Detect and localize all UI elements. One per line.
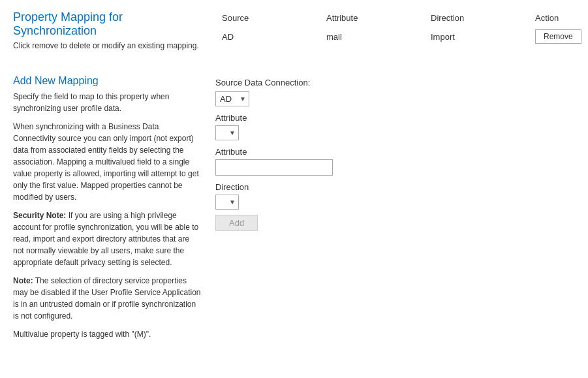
row-direction: Import [431, 32, 535, 42]
security-note: Security Note: If you are using a high p… [13, 210, 202, 268]
attribute-select-wrapper: ▼ [215, 125, 239, 140]
info-text: When synchronizing with a Business Data … [13, 121, 202, 203]
row-attribute: mail [326, 32, 431, 42]
attribute-select[interactable] [216, 126, 238, 140]
source-select-wrapper: AD ▼ [215, 91, 249, 106]
row-source: AD [222, 32, 326, 42]
direction-select-wrapper: ▼ [215, 195, 239, 210]
source-data-label: Source Data Connection: [215, 78, 575, 87]
source-select[interactable]: AD [216, 92, 249, 106]
col-header-direction: Direction [431, 13, 535, 23]
attribute-label-1: Attribute [215, 113, 575, 123]
direction-select[interactable] [216, 195, 238, 209]
page-subtitle: Click remove to delete or modify an exis… [13, 40, 202, 52]
col-header-source: Source [222, 13, 326, 23]
remove-button-cell: Remove [535, 29, 588, 44]
note-body-text: The selection of directory service prope… [13, 276, 200, 321]
add-mapping-title: Add New Mapping [13, 75, 202, 87]
multivalue-note: Multivalue property is tagged with "(M)"… [13, 328, 202, 340]
add-button[interactable]: Add [215, 215, 258, 231]
add-mapping-description: Specify the field to map to this propert… [13, 91, 202, 114]
page-title: Property Mapping for Synchronization [13, 10, 202, 38]
note-text: Note: The selection of directory service… [13, 275, 202, 322]
table-row: AD mail Import Remove [222, 27, 588, 46]
note-bold: Note: [13, 276, 33, 285]
attribute-label-2: Attribute [215, 147, 575, 157]
col-header-action: Action [535, 13, 588, 23]
direction-label: Direction [215, 182, 575, 192]
security-note-bold: Security Note: [13, 211, 66, 220]
col-header-attribute: Attribute [326, 13, 431, 23]
table-header: Source Attribute Direction Action [222, 10, 588, 27]
attribute-text-input[interactable] [215, 159, 333, 176]
remove-button[interactable]: Remove [535, 29, 581, 44]
